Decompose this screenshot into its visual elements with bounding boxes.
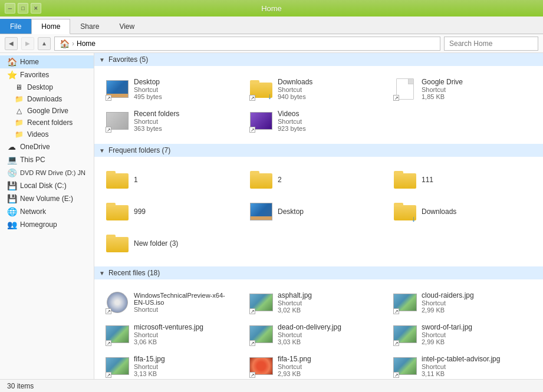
up-button[interactable]: ▲ (38, 37, 51, 50)
list-item[interactable]: ↗ microsoft-ventures.jpg Shortcut 3,06 K… (101, 319, 243, 349)
file-type: Shortcut (134, 86, 162, 93)
title-bar: ─ □ ✕ Home (0, 0, 543, 17)
content-area: ▼ Favorites (5) ↗ Desktop Shortcut 495 b… (94, 53, 543, 379)
file-size: 2,93 KB (278, 370, 311, 377)
file-info: Google Drive Shortcut 1,85 KB (422, 78, 463, 100)
sidebar-item-googledrive[interactable]: △ Google Drive (0, 105, 94, 117)
recent-section-header[interactable]: ▼ Recent files (18) (94, 266, 543, 279)
list-item[interactable]: ↗ dead-on-delivery.jpg Shortcut 3,03 KB (245, 319, 387, 349)
sidebar-network-label: Network (20, 207, 46, 216)
list-item[interactable]: ↗ intel-pc-tablet-advisor.jpg Shortcut 3… (389, 351, 531, 379)
sidebar-item-desktop[interactable]: 🖥 Desktop (0, 81, 94, 93)
file-icon-intel: ↗ (393, 354, 417, 378)
recentfolders-icon: 📁 (14, 118, 24, 127)
list-item[interactable]: ↓ ↗ Downloads Shortcut 940 bytes (245, 74, 387, 104)
file-icon-fifa15jpg: ↗ (106, 354, 129, 378)
sidebar-item-home[interactable]: 🏠 Home (0, 55, 94, 68)
list-item[interactable]: ↗ Desktop Shortcut 495 bytes (101, 74, 243, 104)
sidebar-thispc-label: This PC (20, 156, 45, 164)
list-item[interactable]: ↗ fifa-15.jpg Shortcut 3,13 KB (101, 351, 243, 379)
favorites-arrow: ▼ (99, 57, 105, 63)
sidebar-item-favorites[interactable]: ⭐ Favorites (0, 68, 94, 81)
file-icon-msventures: ↗ (106, 322, 129, 346)
file-name: 999 (134, 207, 146, 216)
file-size: 2,99 KB (422, 307, 474, 314)
shortcut-overlay: ↗ (106, 127, 111, 133)
list-item[interactable]: ↗ Videos Shortcut 923 bytes (245, 106, 387, 136)
window-controls[interactable]: ─ □ ✕ (5, 3, 41, 14)
file-info: Downloads Shortcut 940 bytes (278, 78, 312, 100)
address-path[interactable]: 🏠 › Home (54, 37, 440, 51)
sidebar-item-localdisk[interactable]: 💾 Local Disk (C:) (0, 179, 94, 192)
file-name: Desktop (278, 207, 304, 216)
forward-button[interactable]: ▶ (21, 37, 34, 50)
folder (106, 203, 129, 220)
tab-file[interactable]: File (0, 19, 31, 34)
file-info: Videos Shortcut 923 bytes (278, 110, 306, 132)
favorites-icon: ⭐ (7, 70, 17, 80)
file-name: Downloads (422, 207, 456, 216)
minimize-btn[interactable]: ─ (5, 3, 15, 14)
sidebar-downloads-label: Downloads (27, 95, 62, 103)
sidebar-item-newvolume[interactable]: 💾 New Volume (E:) (0, 192, 94, 205)
tab-home[interactable]: Home (31, 19, 70, 34)
tab-view[interactable]: View (109, 19, 144, 34)
sidebar-homegroup-label: Homegroup (20, 220, 57, 229)
close-btn[interactable]: ✕ (31, 3, 41, 14)
file-size: 3,02 KB (278, 307, 312, 314)
tab-share[interactable]: Share (70, 19, 109, 34)
file-size: 3,03 KB (278, 338, 341, 345)
list-item[interactable]: ↗ Recent folders Shortcut 363 bytes (101, 106, 243, 136)
list-item[interactable]: 999 (101, 197, 243, 226)
shortcut-overlay: ↗ (106, 308, 111, 314)
file-icon-fifa15png: ↗ (249, 354, 273, 378)
window-title: Home (261, 4, 282, 13)
sidebar-item-dvd[interactable]: 💿 DVD RW Drive (D:) JN (0, 166, 94, 179)
file-icon-desktop: ↗ (106, 77, 129, 101)
folder-icon-2 (249, 168, 273, 192)
sidebar-item-recentfolders[interactable]: 📁 Recent folders (0, 117, 94, 129)
list-item[interactable]: 1 (101, 165, 243, 195)
frequent-section-header[interactable]: ▼ Frequent folders (7) (94, 144, 543, 157)
list-item[interactable]: ↗ Google Drive Shortcut 1,85 KB (389, 74, 531, 104)
shortcut-overlay: ↗ (249, 372, 255, 378)
shortcut-overlay: ↗ (106, 372, 111, 378)
list-item[interactable]: ↗ sword-of-tari.jpg Shortcut 2,99 KB (389, 319, 531, 349)
list-item[interactable]: ↗ cloud-raiders.jpg Shortcut 2,99 KB (389, 288, 531, 317)
file-type: Shortcut (134, 331, 203, 338)
sidebar-item-downloads[interactable]: 📁 Downloads (0, 93, 94, 105)
list-item[interactable]: ↓ Downloads (389, 197, 531, 226)
file-type: Shortcut (134, 306, 228, 313)
file-info: asphalt.jpg Shortcut 3,02 KB (278, 291, 312, 314)
list-item[interactable]: New folder (3) (101, 229, 243, 258)
search-input[interactable] (444, 37, 538, 51)
status-bar: 30 items (0, 379, 543, 392)
file-size: 3,11 KB (422, 370, 500, 377)
recent-grid: ↗ WindowsTechnicalPreview-x64-EN-US.iso … (101, 283, 536, 379)
list-item[interactable]: ↗ fifa-15.png Shortcut 2,93 KB (245, 351, 387, 379)
file-icon-swordtari: ↗ (393, 322, 417, 346)
file-name: Videos (278, 110, 306, 118)
file-name: WindowsTechnicalPreview-x64-EN-US.iso (134, 292, 228, 306)
file-info: intel-pc-tablet-advisor.jpg Shortcut 3,1… (422, 355, 500, 377)
maximize-btn[interactable]: □ (18, 3, 28, 14)
list-item[interactable]: 111 (389, 165, 531, 195)
sidebar-item-network[interactable]: 🌐 Network (0, 205, 94, 218)
list-item[interactable]: Desktop (245, 197, 387, 226)
back-button[interactable]: ◀ (5, 37, 18, 50)
file-type: Shortcut (278, 299, 312, 307)
sidebar-item-videos[interactable]: 📁 Videos (0, 129, 94, 140)
shortcut-overlay: ↗ (249, 340, 255, 346)
folder-icon-999 (106, 200, 129, 223)
file-icon-cloudraiders: ↗ (393, 291, 417, 314)
sidebar-item-thispc[interactable]: 💻 This PC (0, 153, 94, 166)
list-item[interactable]: ↗ asphalt.jpg Shortcut 3,02 KB (245, 288, 387, 317)
favorites-section-header[interactable]: ▼ Favorites (5) (94, 53, 543, 66)
list-item[interactable]: ↗ WindowsTechnicalPreview-x64-EN-US.iso … (101, 288, 243, 317)
list-item[interactable]: 2 (245, 165, 387, 195)
main-container: 🏠 Home ⭐ Favorites 🖥 Desktop 📁 Downloads… (0, 53, 543, 379)
folder (106, 235, 129, 252)
sidebar-item-homegroup[interactable]: 👥 Homegroup (0, 218, 94, 231)
frequent-section-title: Frequent folders (7) (108, 146, 170, 154)
sidebar-item-onedrive[interactable]: ☁ OneDrive (0, 140, 94, 153)
